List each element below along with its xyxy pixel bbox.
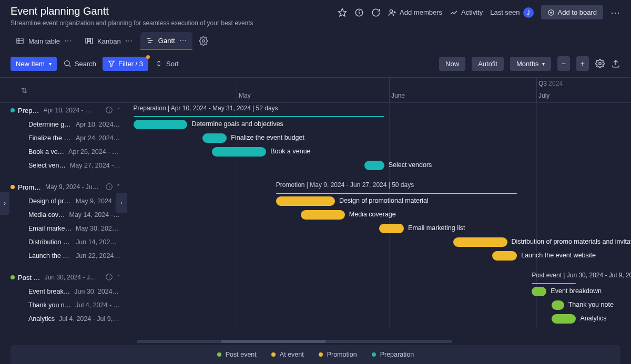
star-icon[interactable] xyxy=(338,8,347,17)
legend-item: Post event xyxy=(217,351,257,358)
task-bar-label: Book a venue xyxy=(270,148,310,155)
group-name: Prom… xyxy=(18,183,41,191)
group-color-dot xyxy=(11,108,15,112)
new-item-button[interactable]: New Item ▾ xyxy=(11,57,57,71)
sort-label: Sort xyxy=(166,60,179,68)
activity-button[interactable]: Activity xyxy=(450,8,483,17)
task-row[interactable]: Finalize the eve…Apr 24, 2024 - A… xyxy=(0,131,126,145)
now-button[interactable]: Now xyxy=(439,57,465,71)
timeline-panel[interactable]: Q3 2024 May June July Preparation | Apr … xyxy=(126,78,631,328)
filter-button[interactable]: Filter / 3 xyxy=(103,57,148,71)
legend-item: At event xyxy=(271,351,304,358)
tab-kanban-menu-icon[interactable]: ⋯ xyxy=(125,37,133,45)
task-bar[interactable] xyxy=(301,210,345,220)
info-icon[interactable]: ⓘ xyxy=(106,106,113,115)
chevron-up-icon[interactable]: ˄ xyxy=(117,107,120,115)
quarter-label: Q3 2024 xyxy=(538,80,563,87)
group-header-promotion[interactable]: Prom… May 9, 2024 - Ju… ⓘ ˄ xyxy=(0,180,126,194)
zoom-out-button[interactable]: − xyxy=(557,56,570,71)
avatar[interactable]: J xyxy=(523,7,534,18)
task-bar-label: Event breakdown xyxy=(551,287,602,295)
info-icon[interactable]: ⓘ xyxy=(106,182,113,192)
sync-icon[interactable] xyxy=(371,8,381,17)
group-color-dot xyxy=(11,185,15,189)
group-header-preparation[interactable]: Prep… Apr 10, 2024 - … ⓘ ˄ xyxy=(0,103,126,118)
task-bar[interactable] xyxy=(492,251,517,261)
zoom-in-button[interactable]: + xyxy=(576,56,589,71)
svg-point-23 xyxy=(599,63,602,65)
group-color-dot xyxy=(11,275,15,279)
group-summary-bar[interactable]: Promotion | May 9, 2024 - Jun 27, 2024 |… xyxy=(276,182,522,196)
svg-point-4 xyxy=(390,9,392,12)
task-row[interactable]: Select ven…May 27, 2024 - May 3… xyxy=(0,159,126,172)
group-summary-bar[interactable]: Preparation | Apr 10, 2024 - May 31, 202… xyxy=(134,105,390,120)
tab-gantt-menu-icon[interactable]: ⋯ xyxy=(179,37,187,44)
group-dates: May 9, 2024 - Ju… xyxy=(45,183,101,191)
svg-line-21 xyxy=(69,65,70,67)
scrollbar-thumb[interactable] xyxy=(221,340,326,343)
task-row[interactable]: AnalyticsJul 4, 2024 - Jul 9, 2024 xyxy=(0,312,126,326)
horizontal-scrollbar[interactable] xyxy=(137,340,452,343)
task-row[interactable]: Thank you n…Jul 4, 2024 - Jul 5, 2… xyxy=(0,298,126,312)
legend-item: Promotion xyxy=(319,351,357,358)
panel-collapse-handle[interactable]: ‹ xyxy=(116,193,127,213)
last-seen-label: Last seen xyxy=(490,8,520,16)
side-expand-handle[interactable]: › xyxy=(0,192,9,215)
task-bar[interactable] xyxy=(364,161,384,170)
task-row[interactable]: Distribution of prom…Jun 14, 202… xyxy=(0,235,126,249)
tab-main-table[interactable]: Main table ⋯ xyxy=(11,33,77,49)
view-tabs: Main table ⋯ Kanban ⋯ Gantt ⋯ xyxy=(0,29,631,50)
task-bar[interactable] xyxy=(552,314,576,324)
timescale-select[interactable]: Months ▾ xyxy=(510,57,551,71)
sort-button[interactable]: Sort xyxy=(155,59,179,68)
toolbar: New Item ▾ Search Filter / 3 Sort Now Au… xyxy=(0,50,631,77)
timeline-body[interactable]: Preparation | Apr 10, 2024 - May 31, 202… xyxy=(126,103,631,328)
gantt-settings-icon[interactable] xyxy=(595,59,605,68)
task-row[interactable]: Book a ve…Apr 26, 2024 - May 7, … xyxy=(0,145,126,159)
tab-kanban[interactable]: Kanban ⋯ xyxy=(79,33,138,49)
chevron-down-icon: ▾ xyxy=(49,61,52,67)
chevron-up-icon[interactable]: ˄ xyxy=(117,183,120,191)
search-button[interactable]: Search xyxy=(63,59,96,68)
task-bar[interactable] xyxy=(552,300,564,310)
top-actions: Add members Activity Last seen J Add to … xyxy=(338,5,620,19)
task-bar[interactable] xyxy=(532,287,546,296)
tab-main-table-menu-icon[interactable]: ⋯ xyxy=(64,37,72,45)
task-bar[interactable] xyxy=(453,237,507,247)
autofit-button[interactable]: Autofit xyxy=(472,57,504,71)
view-settings-icon[interactable] xyxy=(199,36,208,46)
chevron-down-icon: ▾ xyxy=(542,61,545,67)
task-row[interactable]: Event break…Jun 30, 2024 - Jul 3… xyxy=(0,285,126,298)
info-icon[interactable]: ⓘ xyxy=(106,273,113,282)
task-bar[interactable] xyxy=(212,147,266,157)
add-to-board-button[interactable]: Add to board xyxy=(541,5,603,19)
info-icon[interactable] xyxy=(354,8,364,17)
search-label: Search xyxy=(75,60,96,68)
page-subtitle: Streamline event organization and planni… xyxy=(11,19,331,27)
group-summary-bar[interactable]: Post event | Jun 30, 2024 - Jul 9, 2024 … xyxy=(532,272,581,287)
task-bar[interactable] xyxy=(134,120,188,129)
export-icon[interactable] xyxy=(611,59,620,68)
group-name: Post … xyxy=(18,274,40,282)
topbar: Event planning Gantt Streamline event or… xyxy=(0,0,631,29)
group-summary-label: Promotion | May 9, 2024 - Jun 27, 2024 |… xyxy=(276,181,414,189)
add-members-button[interactable]: Add members xyxy=(388,8,442,17)
more-menu-icon[interactable]: ⋯ xyxy=(610,8,620,17)
task-bar-label: Distribution of promo materials and invi… xyxy=(512,238,631,245)
group-summary-label: Preparation | Apr 10, 2024 - May 31, 202… xyxy=(134,105,278,112)
task-bar[interactable] xyxy=(276,196,335,206)
task-bar[interactable] xyxy=(379,224,404,233)
sort-column-icon[interactable]: ⇅ xyxy=(21,86,27,95)
task-row[interactable]: Media cov…May 14, 2024 - May 2… xyxy=(0,208,126,222)
filter-indicator-dot xyxy=(146,55,150,59)
tab-gantt[interactable]: Gantt ⋯ xyxy=(140,32,192,50)
task-row[interactable]: Launch the eve…Jun 22, 2024 - J… xyxy=(0,249,126,263)
task-row[interactable]: Design of promot…May 9, 2024 - … xyxy=(0,194,126,208)
task-row[interactable]: Determine goals …Apr 10, 2024 - … xyxy=(0,118,126,131)
task-bar[interactable] xyxy=(202,133,227,143)
svg-point-19 xyxy=(202,40,205,43)
group-header-post-event[interactable]: Post … Jun 30, 2024 - J… ⓘ ˄ xyxy=(0,270,126,285)
task-row[interactable]: Email market…May 30, 2024 - Jun… xyxy=(0,222,126,235)
svg-marker-0 xyxy=(339,8,347,16)
chevron-up-icon[interactable]: ˄ xyxy=(117,274,120,282)
